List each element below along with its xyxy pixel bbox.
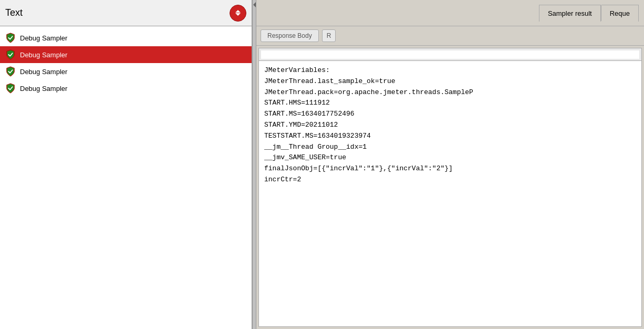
panel-splitter[interactable] xyxy=(252,0,256,329)
item-label: Debug Sampler xyxy=(20,51,67,59)
list-item[interactable]: Debug Sampler xyxy=(0,63,252,80)
shield-icon xyxy=(5,49,16,60)
panel-title: Text xyxy=(5,7,23,18)
list-area: Debug Sampler Debug Sampler Debug Sample xyxy=(0,26,252,329)
list-item[interactable]: Debug Sampler xyxy=(0,80,252,97)
r-button[interactable]: R xyxy=(322,29,336,42)
content-area: JMeterVariables: JMeterThread.last_sampl… xyxy=(258,48,642,327)
splitter-arrow-icon xyxy=(253,2,256,7)
arrow-up-icon xyxy=(235,10,241,13)
left-header: Text xyxy=(0,0,252,26)
response-body-button[interactable]: Response Body xyxy=(261,29,319,42)
item-label: Debug Sampler xyxy=(20,34,67,42)
item-label: Debug Sampler xyxy=(20,68,67,76)
right-panel: Sampler result Reque Response Body R JMe… xyxy=(256,0,644,329)
response-text-content: JMeterVariables: JMeterThread.last_sampl… xyxy=(259,61,641,326)
search-input[interactable] xyxy=(261,50,639,59)
arrow-down-icon xyxy=(235,13,241,16)
search-bar xyxy=(259,48,641,61)
left-panel: Text Debug Sampler xyxy=(0,0,252,329)
list-item[interactable]: Debug Sampler xyxy=(0,29,252,46)
tab-sampler-result[interactable]: Sampler result xyxy=(539,5,601,22)
response-sub-bar: Response Body R xyxy=(256,26,644,46)
right-top-bar: Sampler result Reque xyxy=(256,0,644,26)
spinner-arrows xyxy=(235,10,241,16)
shield-icon xyxy=(5,66,16,77)
main-container: Text Debug Sampler xyxy=(0,0,644,329)
item-label: Debug Sampler xyxy=(20,85,67,92)
spinner-button[interactable] xyxy=(230,5,246,22)
shield-icon xyxy=(5,83,16,94)
tab-request[interactable]: Reque xyxy=(601,5,639,22)
list-item[interactable]: Debug Sampler xyxy=(0,46,252,63)
shield-icon xyxy=(5,33,16,43)
